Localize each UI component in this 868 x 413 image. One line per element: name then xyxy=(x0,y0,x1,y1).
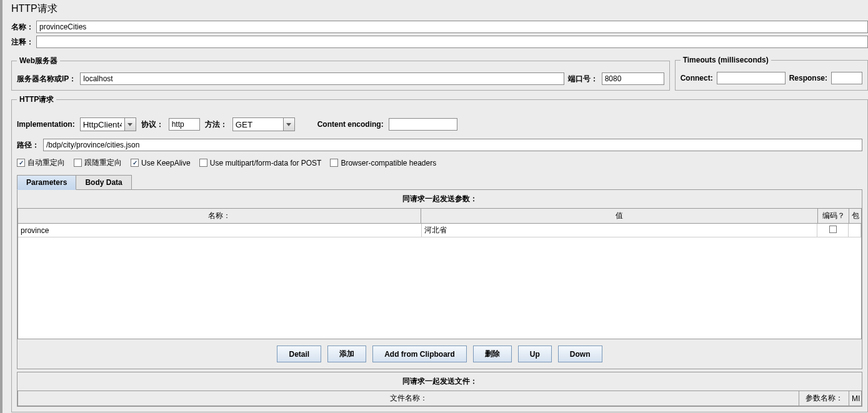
comment-label: 注释： xyxy=(11,37,34,47)
webserver-legend: Web服务器 xyxy=(17,56,60,66)
http-request-fieldset: HTTP请求 Implementation: 协议： 方法： Content e… xyxy=(11,94,868,412)
detail-button[interactable]: Detail xyxy=(277,346,321,362)
delete-button[interactable]: 删除 xyxy=(473,346,512,362)
chevron-down-icon[interactable] xyxy=(283,118,294,131)
path-input[interactable] xyxy=(43,139,862,151)
encoding-label: Content encoding: xyxy=(317,120,384,129)
multipart-label: Use multipart/form-data for POST xyxy=(210,159,322,167)
auto-redirect-checkbox[interactable] xyxy=(17,159,25,167)
encode-checkbox[interactable] xyxy=(829,226,837,233)
encoding-input[interactable] xyxy=(389,118,457,131)
method-value[interactable] xyxy=(233,118,283,131)
name-label: 名称： xyxy=(11,22,34,32)
parameters-table: 名称： 值 编码？ 包 xyxy=(17,208,862,224)
server-input[interactable] xyxy=(80,72,564,85)
protocol-input[interactable] xyxy=(169,118,200,131)
param-name-cell[interactable]: province xyxy=(18,224,421,237)
param-col-value[interactable]: 值 xyxy=(421,209,818,224)
impl-label: Implementation: xyxy=(17,120,75,129)
method-select[interactable] xyxy=(232,117,295,131)
response-label: Response: xyxy=(789,74,827,82)
port-label: 端口号： xyxy=(568,74,598,84)
server-label: 服务器名称或IP： xyxy=(17,74,76,84)
comment-input[interactable] xyxy=(36,36,868,48)
param-col-encode[interactable]: 编码？ xyxy=(818,209,849,224)
tab-body-data[interactable]: Body Data xyxy=(76,175,131,190)
up-button[interactable]: Up xyxy=(518,346,552,362)
keepalive-checkbox[interactable] xyxy=(131,159,139,167)
implementation-select[interactable] xyxy=(80,117,136,131)
response-input[interactable] xyxy=(831,72,862,84)
timeouts-legend: Timeouts (milliseconds) xyxy=(681,56,771,64)
param-col-include[interactable]: 包 xyxy=(849,209,862,224)
timeouts-fieldset: Timeouts (milliseconds) Connect: Respons… xyxy=(675,56,868,91)
tab-parameters[interactable]: Parameters xyxy=(17,175,76,190)
webserver-fieldset: Web服务器 服务器名称或IP： 端口号： xyxy=(11,56,670,91)
file-col-paramname[interactable]: 参数名称： xyxy=(799,391,849,406)
connect-label: Connect: xyxy=(681,74,713,82)
auto-redirect-label: 自动重定向 xyxy=(27,157,65,168)
follow-redirect-label: 跟随重定向 xyxy=(84,157,122,168)
files-title: 同请求一起发送文件： xyxy=(17,372,862,391)
param-include-cell[interactable] xyxy=(849,224,861,237)
param-encode-cell[interactable] xyxy=(817,224,849,237)
http-request-legend: HTTP请求 xyxy=(17,94,56,105)
table-row[interactable]: province 河北省 xyxy=(18,224,861,237)
path-label: 路径： xyxy=(17,140,39,151)
files-table: 文件名称： 参数名称： MI xyxy=(17,391,862,406)
port-input[interactable] xyxy=(602,72,664,85)
parameters-panel: 同请求一起发送参数： 名称： 值 编码？ 包 xyxy=(17,189,862,369)
files-panel: 同请求一起发送文件： 文件名称： 参数名称： MI xyxy=(17,372,862,407)
file-col-mime[interactable]: MI xyxy=(849,391,862,406)
parameters-title: 同请求一起发送参数： xyxy=(17,190,862,208)
down-button[interactable]: Down xyxy=(558,346,602,362)
file-col-filename[interactable]: 文件名称： xyxy=(18,391,799,406)
add-button[interactable]: 添加 xyxy=(327,346,366,362)
param-value-cell[interactable]: 河北省 xyxy=(421,224,817,237)
page-title: HTTP请求 xyxy=(2,0,868,21)
protocol-label: 协议： xyxy=(141,119,164,130)
connect-input[interactable] xyxy=(717,72,786,84)
name-input[interactable] xyxy=(36,21,868,33)
follow-redirect-checkbox[interactable] xyxy=(74,159,82,167)
browser-compat-label: Browser-compatible headers xyxy=(341,159,436,167)
method-label: 方法： xyxy=(205,119,227,130)
multipart-checkbox[interactable] xyxy=(199,159,207,167)
implementation-value[interactable] xyxy=(81,118,124,131)
chevron-down-icon[interactable] xyxy=(124,118,136,131)
add-from-clipboard-button[interactable]: Add from Clipboard xyxy=(372,346,467,362)
browser-compat-checkbox[interactable] xyxy=(330,159,338,167)
param-col-name[interactable]: 名称： xyxy=(18,209,421,224)
keepalive-label: Use KeepAlive xyxy=(141,159,191,167)
